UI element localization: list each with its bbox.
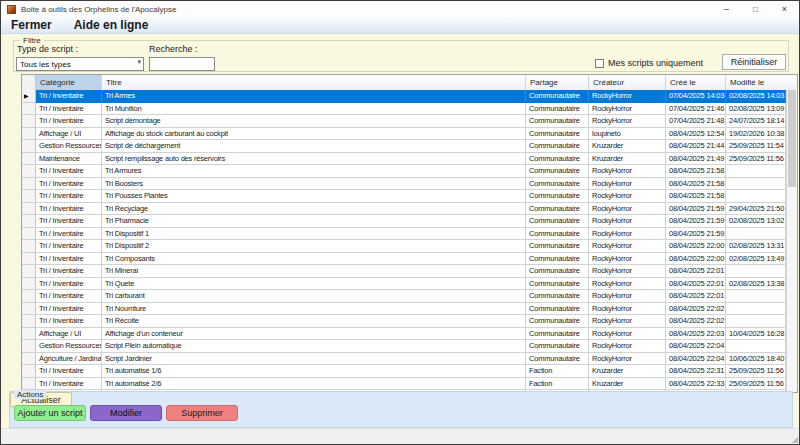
script-type-label: Type de script :	[17, 44, 78, 54]
table-row[interactable]: Tri / InventaireScript démontageCommunau…	[22, 115, 786, 128]
table-row[interactable]: Tri / InventaireTri automatisé 1/6Factio…	[22, 365, 786, 378]
cell-creator: RockyHorror	[589, 215, 666, 228]
cell-category: Tri / Inventaire	[36, 115, 102, 128]
add-script-button[interactable]: Ajouter un script	[14, 405, 86, 421]
cell-modified: 25/09/2025 11:56	[726, 378, 786, 391]
cell-title: Tri Munition	[102, 103, 526, 116]
cell-modified: 25/09/2025 11:56	[726, 365, 786, 378]
script-type-select[interactable]: Tous les types ▾	[16, 57, 144, 71]
table-row[interactable]: Tri / InventaireTri ComposantsCommunauta…	[22, 253, 786, 266]
column-header-partage[interactable]: Partage	[526, 75, 589, 90]
table-row[interactable]: Affichage / UIAffichage d'un conteneurCo…	[22, 328, 786, 341]
cell-creator: Kruzarder	[589, 140, 666, 153]
cell-title: Tri carburant	[102, 290, 526, 303]
scrollbar-thumb[interactable]	[788, 90, 796, 187]
row-selector-cell	[22, 178, 36, 191]
column-header-modifie-le[interactable]: Modifié le	[726, 75, 797, 90]
cell-category: Tri / Inventaire	[36, 203, 102, 216]
cell-creator: RockyHorror	[589, 240, 666, 253]
cell-share: Communautaire	[526, 153, 589, 166]
cell-created: 08/04/2025 22:00	[666, 253, 726, 266]
column-header-categorie[interactable]: Catégorie	[36, 75, 102, 90]
chevron-down-icon: ▾	[137, 58, 141, 66]
table-row[interactable]: Agriculture / JardinageScript JardinierC…	[22, 353, 786, 366]
table-row[interactable]: Gestion RessourcesScript Plein automatiq…	[22, 340, 786, 353]
main-content: Filtre Type de script : Tous les types ▾…	[1, 34, 799, 391]
cell-modified	[726, 228, 786, 241]
cell-title: Tri Armes	[102, 90, 526, 103]
cell-category: Tri / Inventaire	[36, 253, 102, 266]
row-selector-cell	[22, 153, 36, 166]
table-row[interactable]: Tri / InventaireTri RécolteCommunautaire…	[22, 315, 786, 328]
table-row[interactable]: Affichage / UIAffichage du stock carbura…	[22, 128, 786, 141]
vertical-scrollbar[interactable]	[786, 90, 797, 392]
table-row[interactable]: Tri / InventaireTri NourritureCommunauta…	[22, 303, 786, 316]
table-row[interactable]: Tri / InventaireTri QueteCommunautaireRo…	[22, 278, 786, 291]
table-row[interactable]: Tri / InventaireTri ArmuresCommunautaire…	[22, 165, 786, 178]
cell-category: Affichage / UI	[36, 328, 102, 341]
cell-modified: 02/08/2025 13:31	[726, 240, 786, 253]
cell-category: Tri / Inventaire	[36, 165, 102, 178]
cell-category: Tri / Inventaire	[36, 378, 102, 391]
table-row[interactable]: Tri / InventaireTri automatisé 2/6Factio…	[22, 378, 786, 391]
table-row[interactable]: MaintenanceScript remplissage auto des r…	[22, 153, 786, 166]
table-row[interactable]: Tri / InventaireTri MineraiCommunautaire…	[22, 265, 786, 278]
cell-share: Communautaire	[526, 303, 589, 316]
table-row[interactable]: Tri / InventaireTri PharmacieCommunautai…	[22, 215, 786, 228]
table-row[interactable]: Tri / InventaireTri Dispositif 1Communau…	[22, 228, 786, 241]
cell-modified: 02/08/2025 13:02	[726, 215, 786, 228]
cell-title: Script remplissage auto des réservoirs	[102, 153, 526, 166]
cell-category: Gestion Ressources	[36, 340, 102, 353]
delete-button[interactable]: Supprimer	[166, 405, 238, 421]
cell-share: Communautaire	[526, 115, 589, 128]
my-scripts-checkbox[interactable]: Mes scripts uniquement	[595, 58, 703, 68]
close-button[interactable]: ×	[770, 1, 799, 17]
cell-creator: RockyHorror	[589, 315, 666, 328]
actions-group-label: Actions	[14, 390, 46, 399]
cell-modified: 25/09/2025 11:56	[726, 153, 786, 166]
table-row[interactable]: Tri / InventaireTri BoostersCommunautair…	[22, 178, 786, 191]
table-row[interactable]: Tri / InventaireTri Pousses PlantesCommu…	[22, 190, 786, 203]
cell-share: Communautaire	[526, 165, 589, 178]
menu-item-fermer[interactable]: Fermer	[11, 18, 52, 32]
table-row[interactable]: Tri / InventaireTri RecyclageCommunautai…	[22, 203, 786, 216]
table-row[interactable]: ▶Tri / InventaireTri ArmesCommunautaireR…	[22, 90, 786, 103]
row-selector-cell	[22, 303, 36, 316]
minimize-button[interactable]: –	[712, 1, 741, 17]
column-header-titre[interactable]: Titre	[102, 75, 526, 90]
app-window: Boite à outils des Orphelins de l'Apocal…	[0, 0, 800, 445]
table-row[interactable]: Gestion RessourcesScript de déchargement…	[22, 140, 786, 153]
resize-grip-icon[interactable]: ◢	[792, 436, 798, 444]
cell-created: 07/04/2025 21:46	[666, 103, 726, 116]
cell-modified: 25/09/2025 11:54	[726, 140, 786, 153]
column-header-createur[interactable]: Créateur	[589, 75, 666, 90]
table-row[interactable]: Tri / InventaireTri carburantCommunautai…	[22, 290, 786, 303]
title-bar: Boite à outils des Orphelins de l'Apocal…	[1, 1, 799, 17]
row-selector-cell	[22, 115, 36, 128]
search-input[interactable]	[149, 57, 215, 71]
row-selector-cell	[22, 365, 36, 378]
row-selector-cell	[22, 290, 36, 303]
cell-creator: RockyHorror	[589, 290, 666, 303]
cell-modified	[726, 265, 786, 278]
cell-created: 08/04/2025 21:58	[666, 165, 726, 178]
cell-title: Tri Boosters	[102, 178, 526, 191]
column-header-cree-le[interactable]: Créé le	[666, 75, 726, 90]
reset-button[interactable]: Réinitialiser	[722, 54, 786, 70]
cell-modified	[726, 190, 786, 203]
maximize-button[interactable]: □	[741, 1, 770, 17]
cell-title: Tri Quete	[102, 278, 526, 291]
menu-item-aide-en-ligne[interactable]: Aide en ligne	[74, 18, 149, 32]
cell-category: Tri / Inventaire	[36, 190, 102, 203]
cell-share: Communautaire	[526, 315, 589, 328]
table-row[interactable]: Tri / InventaireTri MunitionCommunautair…	[22, 103, 786, 116]
cell-created: 08/04/2025 21:59	[666, 203, 726, 216]
cell-created: 08/04/2025 21:44	[666, 140, 726, 153]
cell-modified: 10/06/2025 18:40	[726, 353, 786, 366]
cell-share: Communautaire	[526, 240, 589, 253]
edit-button[interactable]: Modifier	[90, 405, 162, 421]
table-row[interactable]: Tri / InventaireTri Dispositif 2Communau…	[22, 240, 786, 253]
cell-modified	[726, 178, 786, 191]
cell-title: Tri Pousses Plantes	[102, 190, 526, 203]
cell-category: Affichage / UI	[36, 128, 102, 141]
